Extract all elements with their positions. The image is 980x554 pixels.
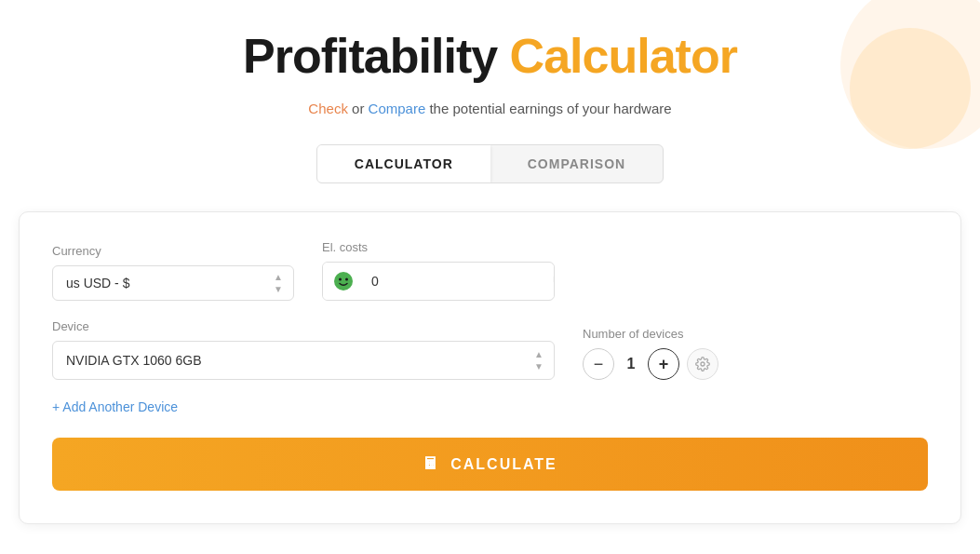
elcosts-label: El. costs [322, 240, 555, 254]
calculate-button[interactable]: 🖩 CALCULATE [52, 438, 928, 491]
increment-button[interactable]: + [648, 348, 679, 380]
device-group: Device NVIDIA GTX 1060 6GB ▲ ▼ [52, 319, 555, 380]
num-devices-value: 1 [622, 356, 640, 372]
decrement-button[interactable]: − [583, 348, 614, 380]
calculator-icon: 🖩 [423, 454, 441, 474]
compare-link[interactable]: Compare [369, 101, 426, 116]
num-devices-controls: − 1 + [583, 348, 718, 380]
elcosts-unit: USD/kWH [542, 265, 555, 297]
num-devices-group: Number of devices − 1 + [583, 327, 718, 380]
currency-select[interactable]: us USD - $ [52, 265, 294, 301]
title-section: Profitability Calculator [19, 28, 961, 84]
gear-icon [695, 357, 710, 372]
device-select-wrapper: NVIDIA GTX 1060 6GB ▲ ▼ [52, 341, 555, 380]
tabs-container: CALCULATOR COMPARISON [19, 144, 961, 183]
main-card: Currency us USD - $ ▲ ▼ El. costs [19, 211, 961, 524]
elcosts-wrapper: USD/kWH [322, 262, 555, 301]
add-device-link[interactable]: + Add Another Device [52, 399, 178, 414]
device-select[interactable]: NVIDIA GTX 1060 6GB [52, 341, 555, 380]
currency-label: Currency [52, 244, 294, 258]
smiley-icon [332, 270, 355, 292]
subtitle: Check or Compare the potential earnings … [19, 101, 961, 116]
tab-group: CALCULATOR COMPARISON [316, 144, 664, 183]
elcosts-group: El. costs USD/kWH [322, 240, 555, 301]
check-link[interactable]: Check [308, 101, 348, 116]
currency-select-wrapper: us USD - $ ▲ ▼ [52, 265, 294, 301]
elcosts-input[interactable] [364, 264, 542, 298]
num-devices-label: Number of devices [583, 327, 718, 341]
svg-point-0 [334, 272, 353, 291]
elcosts-icon [323, 263, 364, 300]
calculate-label: CALCULATE [450, 456, 557, 473]
currency-group: Currency us USD - $ ▲ ▼ [52, 244, 294, 301]
main-title: Profitability Calculator [19, 28, 961, 84]
tab-comparison[interactable]: COMPARISON [490, 145, 663, 182]
currency-elcosts-row: Currency us USD - $ ▲ ▼ El. costs [52, 240, 928, 301]
tab-calculator[interactable]: CALCULATOR [317, 145, 490, 182]
title-orange: Calculator [510, 29, 737, 83]
settings-button[interactable] [687, 348, 718, 380]
title-black: Profitability [243, 29, 497, 83]
device-row: Device NVIDIA GTX 1060 6GB ▲ ▼ Number of… [52, 319, 928, 380]
device-label: Device [52, 319, 555, 333]
svg-point-2 [345, 278, 348, 281]
svg-point-1 [339, 278, 342, 281]
